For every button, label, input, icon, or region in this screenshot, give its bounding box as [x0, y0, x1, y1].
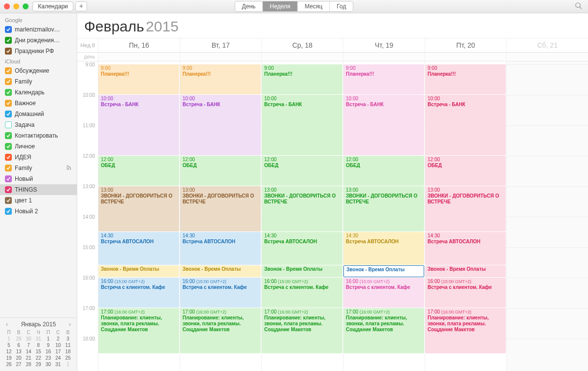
mini-day[interactable]: 8 [33, 342, 43, 348]
search-icon[interactable] [575, 2, 582, 11]
calendar-checkbox[interactable] [5, 186, 12, 193]
calendar-checkbox[interactable] [5, 37, 12, 44]
calendar-event[interactable]: Звонок - Время Оплаты [262, 265, 342, 277]
mini-day[interactable]: 28 [24, 362, 33, 367]
view-segmented[interactable]: ДеньНеделяМесяцГод [235, 1, 354, 12]
mini-day[interactable]: 24 [53, 355, 63, 361]
sidebar-item[interactable]: marlenizmailov… [0, 24, 77, 35]
mini-day[interactable]: 14 [24, 349, 33, 354]
sidebar-item[interactable]: Задача [0, 119, 77, 130]
mini-day[interactable]: 7 [24, 342, 33, 348]
calendar-event[interactable]: 14:30Встреча АВТОСАЛОН [180, 232, 261, 265]
calendar-event[interactable]: 9:00Планерка!!! [262, 64, 342, 94]
sidebar-item[interactable]: Family [0, 76, 77, 87]
sidebar-item[interactable]: цвет 1 [0, 195, 77, 206]
calendar-event[interactable]: Звонок - Время Оплаты [180, 265, 261, 277]
day-column[interactable]: 9:00Планерка!!!10:00Встреча - БАНК12:00О… [425, 61, 506, 371]
calendar-event[interactable]: 12:00ОБЕД [343, 156, 424, 186]
calendar-event[interactable]: 10:00Встреча - БАНК [262, 95, 342, 155]
calendar-checkbox[interactable] [5, 197, 12, 204]
calendar-checkbox[interactable] [5, 175, 12, 182]
minimize-icon[interactable] [13, 3, 19, 9]
calendar-event[interactable]: 10:00Встреча - БАНК [343, 95, 424, 155]
calendar-event[interactable]: 12:00ОБЕД [98, 156, 179, 186]
sidebar-item[interactable]: Домашний [0, 109, 77, 119]
calendar-checkbox[interactable] [5, 165, 12, 171]
sidebar-item[interactable]: Family [0, 163, 77, 173]
calendar-checkbox[interactable] [5, 26, 12, 33]
mini-day[interactable]: 3 [63, 336, 73, 342]
calendar-checkbox[interactable] [5, 154, 12, 161]
mini-day[interactable]: 20 [14, 355, 24, 361]
view-Неделя[interactable]: Неделя [263, 1, 298, 11]
mini-day[interactable]: 29 [33, 362, 43, 367]
mini-day[interactable]: 18 [63, 349, 73, 354]
day-column[interactable]: 9:00Планерка!!!10:00Встреча - БАНК12:00О… [98, 61, 180, 371]
add-button[interactable]: + [75, 1, 87, 11]
mini-day[interactable]: 11 [63, 342, 73, 348]
calendar-event[interactable]: 17:00 (16:00 GMT+2)Планирование: клиенты… [262, 308, 342, 353]
calendar-event[interactable]: 17:00 (16:00 GMT+2)Планирование: клиенты… [180, 308, 261, 353]
view-День[interactable]: День [235, 1, 263, 11]
calendar-checkbox[interactable] [5, 143, 12, 150]
calendar-event[interactable]: 10:00Встреча - БАНК [425, 95, 506, 155]
mini-day[interactable]: 21 [24, 355, 33, 361]
mini-day[interactable]: 27 [14, 362, 24, 367]
calendar-checkbox[interactable] [5, 121, 12, 128]
calendar-checkbox[interactable] [5, 132, 12, 139]
calendar-event[interactable]: Звонок - Время Оплаты [343, 265, 424, 277]
sidebar-item[interactable]: Новый 2 [0, 206, 77, 217]
mini-day[interactable]: 29 [14, 336, 24, 342]
sidebar-item[interactable]: Контактировать [0, 130, 77, 141]
mini-day[interactable]: 15 [33, 349, 43, 354]
mini-prev-button[interactable]: ‹ [4, 321, 10, 328]
calendar-event[interactable]: 9:00Планерка!!! [425, 64, 506, 94]
calendar-event[interactable]: 14:30Встреча АВТОСАЛОН [425, 232, 506, 265]
calendar-checkbox[interactable] [5, 78, 12, 85]
calendar-checkbox[interactable] [5, 208, 12, 215]
mini-day[interactable]: 31 [33, 336, 43, 342]
mini-day[interactable]: 1 [4, 336, 14, 342]
allday-cell[interactable] [98, 53, 180, 61]
calendar-event[interactable]: 16:00 (15:00 GMT+2)Встреча с клиентом. К… [180, 278, 261, 308]
mini-day[interactable]: 9 [43, 342, 53, 348]
calendar-checkbox[interactable] [5, 67, 12, 74]
calendar-checkbox[interactable] [5, 111, 12, 117]
view-Месяц[interactable]: Месяц [298, 1, 330, 11]
zoom-icon[interactable] [23, 3, 29, 9]
calendars-button[interactable]: Календари [32, 1, 73, 11]
calendar-event[interactable]: 12:00ОБЕД [262, 156, 342, 186]
mini-day[interactable]: 6 [14, 342, 24, 348]
sidebar-item[interactable]: Личное [0, 141, 77, 152]
calendar-event[interactable]: 16:00 (15:00 GMT+2)Встреча с клиентом. К… [262, 278, 342, 308]
day-column[interactable]: 9:00Планерка!!!10:00Встреча - БАНК12:00О… [343, 61, 425, 371]
mini-day[interactable]: 1 [63, 362, 73, 367]
sidebar-item[interactable]: Обсуждение [0, 65, 77, 76]
sidebar-item[interactable]: Календарь [0, 87, 77, 98]
sidebar-item[interactable]: THINGS [0, 184, 77, 195]
sidebar-item[interactable]: Дни рождения… [0, 35, 77, 46]
mini-day[interactable]: 25 [63, 355, 73, 361]
day-column[interactable]: 9:00Планерка!!!10:00Встреча - БАНК12:00О… [261, 61, 343, 371]
calendar-event[interactable]: 14:30Встреча АВТОСАЛОН [343, 232, 424, 265]
calendar-event[interactable]: 14:30Встреча АВТОСАЛОН [98, 232, 179, 265]
allday-cell[interactable] [261, 53, 343, 61]
calendar-event[interactable]: Звонок - Время Оплаты [98, 265, 179, 277]
day-column[interactable]: 9:00Планерка!!!10:00Встреча - БАНК12:00О… [180, 61, 261, 371]
mini-day[interactable]: 26 [4, 362, 14, 367]
calendar-event[interactable]: 12:00ОБЕД [425, 156, 506, 186]
calendar-event[interactable]: 13:00ЗВОНКИ - ДОГОВОРИТЬСЯ О ВСТРЕЧЕ [425, 186, 506, 231]
sidebar-item[interactable]: Праздники РФ [0, 46, 77, 57]
close-icon[interactable] [4, 3, 10, 9]
calendar-event[interactable]: 9:00Планерка!!! [180, 64, 261, 94]
calendar-event[interactable]: 16:00 (15:00 GMT+2)Встреча с клиентом. К… [343, 278, 424, 308]
mini-day[interactable]: 30 [24, 336, 33, 342]
calendar-event[interactable]: 13:00ЗВОНКИ - ДОГОВОРИТЬСЯ О ВСТРЕЧЕ [98, 186, 179, 231]
mini-day[interactable]: 12 [4, 349, 14, 354]
calendar-event[interactable]: 16:00 (15:00 GMT+2)Встреча с клиентом. К… [98, 278, 179, 308]
allday-cell[interactable] [506, 53, 588, 61]
calendar-checkbox[interactable] [5, 48, 12, 55]
calendar-event[interactable]: 9:00Планерка!!! [343, 64, 424, 94]
allday-cell[interactable] [180, 53, 261, 61]
calendar-event[interactable]: 13:00ЗВОНКИ - ДОГОВОРИТЬСЯ О ВСТРЕЧЕ [343, 186, 424, 231]
